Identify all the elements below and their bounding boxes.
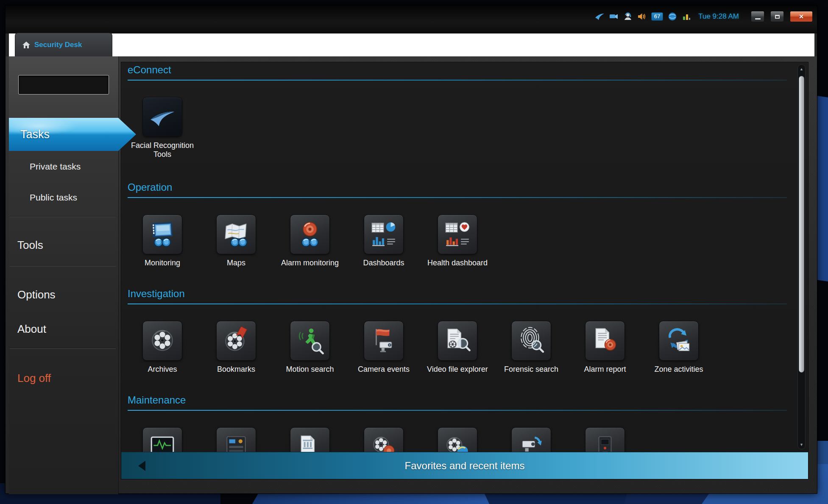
tile-label: Facial Recognition Tools — [128, 141, 199, 159]
facial-recognition-icon — [148, 103, 176, 131]
task-tile-system-monitor[interactable] — [142, 427, 182, 452]
task-tile-alarm-monitoring[interactable]: Alarm monitoring — [290, 214, 330, 254]
task-tile-report-document[interactable] — [290, 427, 330, 452]
app-window: 67 Tue 9:28 AM Security Desk Tasks Priva… — [5, 5, 817, 494]
alarm-monitoring-icon — [296, 220, 324, 248]
home-icon — [22, 41, 31, 49]
section-econnect: eConnectFacial Recognition Tools — [128, 64, 808, 137]
task-tile-zone-activities[interactable]: Zone activities — [659, 321, 699, 361]
tab-bar — [9, 33, 814, 56]
tile-background — [364, 214, 404, 254]
tile-row: Facial Recognition Tools — [128, 97, 808, 137]
maximize-button[interactable] — [770, 11, 784, 22]
globe-icon[interactable] — [668, 12, 677, 21]
task-tile-motion-search[interactable]: Motion search — [290, 321, 330, 361]
tile-label: Monitoring — [128, 259, 199, 267]
sidebar-item-public-tasks[interactable]: Public tasks — [9, 188, 118, 207]
favorites-bar[interactable]: Favorites and recent items — [121, 452, 808, 479]
scroll-up-icon[interactable] — [798, 65, 805, 73]
sidebar-item-about[interactable]: About — [9, 320, 118, 338]
access-panel-icon — [591, 433, 619, 452]
scrollbar[interactable] — [797, 64, 806, 449]
close-button[interactable] — [790, 11, 813, 22]
task-tile-health-dashboard[interactable]: Health dashboard — [438, 214, 477, 254]
task-tile-hardware-unit[interactable] — [216, 427, 256, 452]
sidebar-item-private-tasks[interactable]: Private tasks — [9, 157, 118, 176]
hardware-unit-icon — [222, 433, 250, 452]
video-file-explorer-icon — [443, 327, 471, 355]
task-tile-camera-rotate[interactable] — [511, 427, 551, 452]
sidebar-item-tasks[interactable]: Tasks — [9, 118, 136, 151]
collapse-left-icon[interactable] — [138, 461, 145, 471]
network-bars-icon[interactable] — [682, 12, 691, 21]
task-tile-maps[interactable]: Maps — [216, 214, 256, 254]
video-unit-maintenance-icon — [370, 433, 398, 452]
tile-background — [216, 214, 256, 254]
tile-background — [364, 321, 404, 361]
tile-background — [511, 321, 551, 361]
sidebar-item-tools[interactable]: Tools — [9, 236, 118, 254]
task-tile-access-panel[interactable] — [585, 427, 625, 452]
tile-background — [142, 97, 182, 137]
task-tile-facial-recognition-tools[interactable]: Facial Recognition Tools — [142, 97, 182, 137]
tab-security-desk[interactable]: Security Desk — [15, 33, 112, 56]
section-investigation: InvestigationArchivesBookmarksMotion sea… — [128, 287, 808, 361]
section-title: Maintenance — [128, 394, 808, 407]
tile-label: Camera events — [347, 365, 420, 374]
task-tile-video-file-explorer[interactable]: Video file explorer — [438, 321, 477, 361]
task-tile-bookmarks[interactable]: Bookmarks — [216, 321, 256, 361]
tile-background — [142, 427, 182, 452]
app-logo-icon[interactable] — [594, 12, 605, 21]
speaker-icon[interactable] — [637, 12, 647, 21]
tile-background — [290, 321, 330, 361]
bookmarks-icon — [222, 327, 250, 355]
tile-label: Video file explorer — [421, 365, 494, 374]
dashboards-icon — [370, 220, 398, 248]
volume-badge[interactable]: 67 — [651, 12, 663, 21]
camera-events-icon — [370, 327, 398, 355]
task-tile-archive-globe[interactable] — [438, 427, 477, 452]
sidebar-divider — [10, 216, 116, 217]
tile-label: Alarm monitoring — [273, 259, 346, 267]
task-tile-video-unit-maintenance[interactable] — [364, 427, 404, 452]
task-tile-archives[interactable]: Archives — [142, 321, 182, 361]
task-tile-monitoring[interactable]: Monitoring — [142, 214, 182, 254]
camera-icon[interactable] — [609, 12, 619, 21]
sidebar-item-label: Tasks — [9, 118, 136, 151]
task-tile-forensic-search[interactable]: Forensic search — [511, 321, 551, 361]
task-pane: eConnectFacial Recognition ToolsOperatio… — [121, 62, 808, 479]
tile-label: Bookmarks — [200, 365, 273, 374]
tile-background — [290, 214, 330, 254]
tile-background — [511, 427, 551, 452]
tile-label: Dashboards — [347, 259, 420, 267]
tile-row: ArchivesBookmarksMotion searchCamera eve… — [128, 321, 808, 361]
search-input[interactable] — [18, 75, 109, 95]
tile-label: Alarm report — [569, 365, 641, 374]
support-agent-icon[interactable] — [623, 12, 633, 21]
tile-label: Archives — [128, 365, 199, 374]
sidebar-item-options[interactable]: Options — [9, 285, 118, 304]
section-title: eConnect — [128, 64, 808, 76]
task-tile-alarm-report[interactable]: Alarm report — [585, 321, 625, 361]
minimize-icon — [755, 18, 761, 19]
section-divider — [128, 410, 787, 411]
task-tile-camera-events[interactable]: Camera events — [364, 321, 404, 361]
scrollbar-thumb[interactable] — [799, 76, 804, 373]
desktop: 67 Tue 9:28 AM Security Desk Tasks Priva… — [0, 0, 828, 504]
tile-row — [128, 427, 808, 452]
tile-background — [142, 321, 182, 361]
task-tile-dashboards[interactable]: Dashboards — [364, 214, 404, 254]
section-divider — [128, 80, 787, 81]
sidebar-item-log-off[interactable]: Log off — [9, 369, 118, 387]
minimize-button[interactable] — [751, 11, 764, 22]
section-title: Operation — [128, 181, 808, 194]
scroll-down-icon[interactable] — [798, 440, 805, 449]
tile-background — [290, 427, 330, 452]
tile-label: Forensic search — [495, 365, 568, 374]
tile-background — [438, 214, 477, 254]
tile-label: Health dashboard — [421, 259, 494, 267]
forensic-search-icon — [517, 327, 545, 355]
tile-background — [585, 427, 625, 452]
alarm-report-icon — [591, 327, 619, 355]
motion-search-icon — [296, 327, 324, 355]
